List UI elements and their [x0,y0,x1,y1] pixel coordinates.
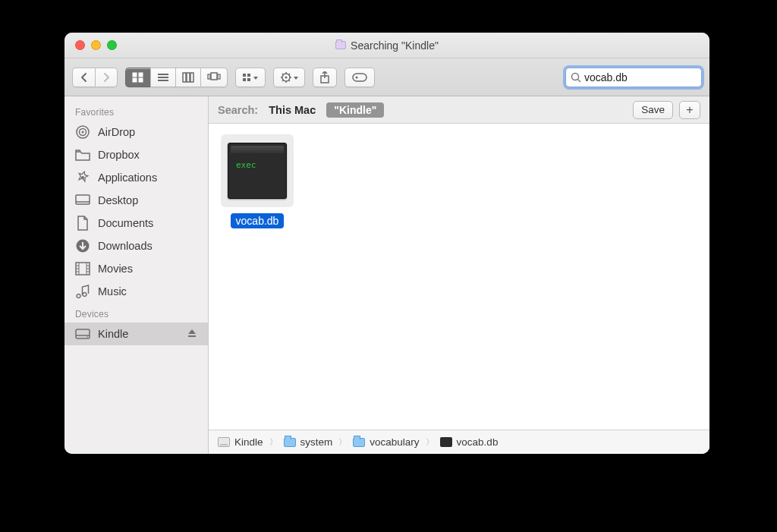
window-title-text: Searching "Kindle" [351,39,439,52]
window-title: Searching "Kindle" [64,39,709,52]
toolbar: ✕ [64,58,709,96]
svg-rect-10 [211,73,217,80]
sidebar-item-label: Movies [98,263,133,275]
finder-window: Searching "Kindle" [64,33,709,454]
svg-rect-12 [218,74,220,79]
share-button[interactable] [313,68,337,87]
svg-rect-2 [133,78,137,82]
path-crumb-system[interactable]: system [284,436,333,448]
svg-point-18 [285,76,288,78]
path-bar: Kindle 〉 system 〉 vocabulary 〉 vocab.db [209,430,709,454]
sidebar-item-documents[interactable]: Documents [64,212,208,235]
view-buttons [125,68,228,87]
tags-button[interactable] [344,68,375,87]
sidebar-item-airdrop[interactable]: AirDrop [64,121,208,143]
sidebar-item-label: Desktop [98,194,138,206]
svg-rect-3 [139,78,143,82]
sidebar-item-label: Applications [98,172,157,184]
gallery-view-button[interactable] [200,68,228,87]
svg-point-31 [572,73,579,80]
back-button[interactable] [72,68,95,87]
column-view-button[interactable] [175,68,200,87]
chevron-right-icon: 〉 [338,436,347,448]
disk-icon [218,437,230,447]
file-icon: exec [221,134,294,207]
results-area[interactable]: exec vocab.db [209,124,709,430]
exec-icon [440,437,452,447]
svg-rect-1 [139,73,143,77]
svg-rect-29 [353,74,366,81]
svg-rect-11 [208,74,210,79]
folder-icon [335,41,346,49]
disk-icon [75,326,90,342]
close-button[interactable] [75,40,85,50]
icon-view-button[interactable] [125,68,150,87]
downloads-icon [75,238,90,253]
music-icon [75,284,90,299]
scope-kindle[interactable]: "Kindle" [326,102,384,118]
chevron-right-icon: 〉 [269,436,278,448]
search-label: Search: [218,104,258,116]
scope-this-mac[interactable]: This Mac [269,104,316,116]
folder-icon [75,147,90,162]
svg-rect-0 [133,73,137,77]
svg-rect-7 [183,73,186,82]
path-crumb-vocab-db[interactable]: vocab.db [440,436,499,448]
forward-button[interactable] [95,68,118,87]
sidebar-item-downloads[interactable]: Downloads [64,235,208,257]
folder-icon [353,438,365,447]
svg-rect-16 [247,78,250,81]
movies-icon [75,261,90,276]
svg-rect-8 [187,73,190,82]
sidebar-item-label: Dropbox [98,149,140,161]
sidebar-item-applications[interactable]: Applications [64,166,208,189]
svg-line-23 [282,74,284,75]
path-label: vocabulary [370,436,419,448]
svg-point-35 [82,131,84,134]
svg-rect-14 [247,74,250,77]
svg-point-52 [87,336,88,338]
exec-icon-text: exec [236,160,256,170]
sidebar-heading-devices: Devices [64,303,208,323]
file-item-vocab-db[interactable]: exec vocab.db [219,134,295,228]
svg-point-36 [81,176,84,179]
svg-rect-13 [243,74,246,77]
documents-icon [75,216,90,231]
sidebar-item-label: AirDrop [98,126,135,138]
svg-point-30 [356,76,358,78]
sidebar-item-label: Music [98,285,127,297]
airdrop-icon [75,124,90,140]
action-button[interactable] [273,68,305,87]
file-label: vocab.db [231,213,285,228]
sidebar-item-music[interactable]: Music [64,280,208,303]
save-search-button[interactable]: Save [633,101,673,119]
sidebar: Favorites AirDrop Dropbox Applications [64,96,209,454]
list-view-button[interactable] [150,68,175,87]
search-icon [571,72,581,83]
nav-buttons [72,68,118,87]
eject-button[interactable] [187,328,197,341]
sidebar-item-label: Downloads [98,240,153,252]
search-input[interactable] [581,71,709,83]
arrange-button[interactable] [235,68,266,87]
svg-rect-9 [190,73,193,82]
minimize-button[interactable] [91,40,101,50]
path-label: Kindle [234,436,263,448]
add-criteria-button[interactable]: + [679,101,700,119]
fullscreen-button[interactable] [107,40,117,50]
sidebar-item-kindle[interactable]: Kindle [64,323,208,345]
svg-line-26 [289,74,291,75]
path-crumb-vocabulary[interactable]: vocabulary [353,436,419,448]
path-label: vocab.db [457,436,499,448]
sidebar-item-dropbox[interactable]: Dropbox [64,143,208,166]
path-label: system [300,436,333,448]
sidebar-item-desktop[interactable]: Desktop [64,189,208,212]
search-field[interactable]: ✕ [565,68,702,87]
svg-line-25 [282,80,284,81]
path-crumb-kindle[interactable]: Kindle [218,436,263,448]
titlebar[interactable]: Searching "Kindle" [64,33,709,58]
folder-icon [284,438,296,447]
sidebar-item-movies[interactable]: Movies [64,257,208,280]
svg-line-24 [289,80,291,81]
traffic-lights [64,40,117,50]
